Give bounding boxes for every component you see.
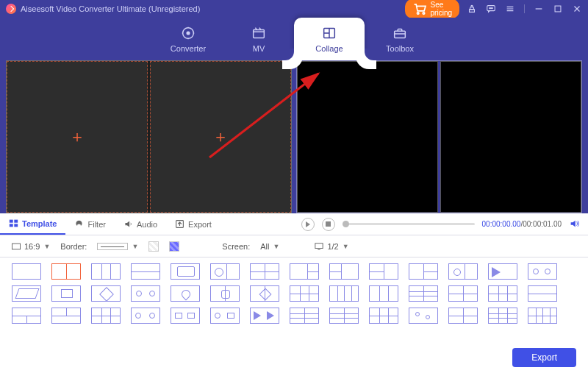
screen-select[interactable]: All ▼ (260, 242, 279, 251)
template-thumb[interactable] (409, 308, 438, 324)
template-thumb[interactable] (488, 263, 517, 280)
feedback-icon[interactable] (486, 4, 496, 14)
app-title: Aiseesoft Video Converter Ultimate (Unre… (21, 4, 200, 13)
svg-rect-7 (555, 6, 561, 12)
subtab-export-label: Export (188, 220, 212, 229)
svg-rect-16 (10, 224, 13, 227)
converter-icon (180, 25, 196, 41)
template-thumb[interactable] (409, 263, 438, 280)
template-thumb[interactable] (250, 308, 279, 324)
template-thumb[interactable] (131, 308, 160, 324)
chevron-down-icon: ▼ (343, 243, 349, 250)
collage-slot-1[interactable]: ＋ (7, 61, 148, 213)
template-thumb[interactable] (171, 285, 200, 302)
subtab-template[interactable]: Template (0, 213, 65, 235)
maximize-button[interactable] (553, 4, 563, 14)
main-tabs: Converter MV Collage Toolbox (0, 18, 588, 60)
app-window: Aiseesoft Video Converter Ultimate (Unre… (0, 0, 588, 373)
template-thumb[interactable] (91, 285, 121, 302)
chevron-down-icon: ▼ (273, 243, 280, 250)
aspect-ratio-select[interactable]: 16:9 ▼ (12, 242, 50, 251)
time-current: 00:00:00.00 (482, 220, 521, 228)
template-thumb[interactable] (488, 285, 517, 302)
subtab-export[interactable]: Export (166, 213, 220, 235)
template-thumb[interactable] (91, 308, 121, 324)
subtab-audio[interactable]: Audio (115, 213, 166, 235)
template-thumb[interactable] (329, 285, 359, 302)
template-thumb[interactable] (448, 263, 478, 280)
svg-point-4 (490, 8, 490, 9)
template-thumb[interactable] (51, 263, 81, 280)
svg-point-6 (492, 8, 492, 9)
template-thumb[interactable] (171, 308, 200, 324)
svg-rect-17 (14, 224, 18, 227)
template-thumb[interactable] (528, 285, 557, 302)
template-thumb[interactable] (290, 263, 319, 280)
tab-converter[interactable]: Converter (153, 18, 223, 60)
playback-controls: 00:00:00.00/00:00:01.00 (301, 218, 588, 231)
template-icon (9, 219, 18, 228)
menu-icon[interactable] (505, 4, 515, 14)
template-thumb[interactable] (448, 308, 478, 324)
svg-rect-21 (315, 243, 323, 248)
border-label: Border: (60, 242, 87, 251)
tab-mv-label: MV (253, 44, 265, 53)
see-pricing-button[interactable]: See pricing (405, 0, 459, 18)
collage-preview: ＋ ＋ (0, 60, 588, 213)
subtab-template-label: Template (22, 219, 57, 228)
template-thumb[interactable] (329, 263, 359, 280)
play-button[interactable] (301, 218, 315, 231)
template-thumb[interactable] (210, 263, 240, 280)
template-thumb[interactable] (369, 263, 398, 280)
template-thumb[interactable] (131, 263, 160, 280)
svg-point-9 (187, 32, 190, 35)
svg-rect-10 (254, 29, 265, 38)
minimize-button[interactable] (534, 4, 544, 14)
register-icon[interactable] (467, 4, 477, 14)
monitor-icon (315, 242, 323, 251)
border-color-none[interactable] (148, 241, 159, 252)
close-button[interactable] (572, 4, 582, 14)
template-thumb[interactable] (250, 263, 279, 280)
volume-icon (569, 219, 579, 229)
template-thumb[interactable] (171, 263, 200, 280)
template-thumb[interactable] (91, 263, 121, 280)
template-thumb[interactable] (448, 285, 478, 302)
cart-icon (412, 1, 428, 17)
see-pricing-label: See pricing (431, 1, 452, 17)
subtab-audio-label: Audio (137, 220, 157, 229)
template-thumb[interactable] (131, 285, 160, 302)
template-thumb[interactable] (51, 308, 81, 324)
template-thumb[interactable] (210, 308, 240, 324)
template-thumb[interactable] (369, 285, 398, 302)
template-row (12, 263, 576, 280)
volume-button[interactable] (569, 219, 579, 230)
stop-button[interactable] (322, 218, 335, 231)
template-thumb[interactable] (210, 285, 240, 302)
template-thumb[interactable] (290, 308, 319, 324)
timecode: 00:00:00.00/00:00:01.00 (482, 220, 562, 228)
template-thumb[interactable] (528, 308, 557, 324)
template-thumb[interactable] (409, 285, 438, 302)
tab-collage[interactable]: Collage (294, 18, 365, 60)
template-thumb[interactable] (290, 285, 319, 302)
filter-icon (74, 219, 84, 229)
template-thumb[interactable] (369, 308, 398, 324)
collage-slot-2[interactable]: ＋ (150, 61, 291, 213)
svg-point-2 (471, 5, 473, 7)
template-thumb[interactable] (12, 308, 41, 324)
template-thumb[interactable] (12, 285, 41, 302)
subtab-filter[interactable]: Filter (65, 213, 114, 235)
border-color-pattern[interactable] (169, 241, 179, 252)
border-style-select[interactable]: ▼ (97, 243, 138, 250)
template-thumb[interactable] (250, 285, 279, 302)
template-thumb[interactable] (329, 308, 359, 324)
template-thumb[interactable] (528, 263, 557, 280)
export-button[interactable]: Export (512, 348, 576, 367)
template-thumb[interactable] (12, 263, 41, 280)
template-thumb[interactable] (51, 285, 81, 302)
playback-track[interactable] (343, 223, 475, 225)
template-thumb[interactable] (488, 308, 517, 324)
page-select[interactable]: 1/2 ▼ (315, 242, 348, 251)
time-total: 00:00:01.00 (523, 220, 562, 228)
